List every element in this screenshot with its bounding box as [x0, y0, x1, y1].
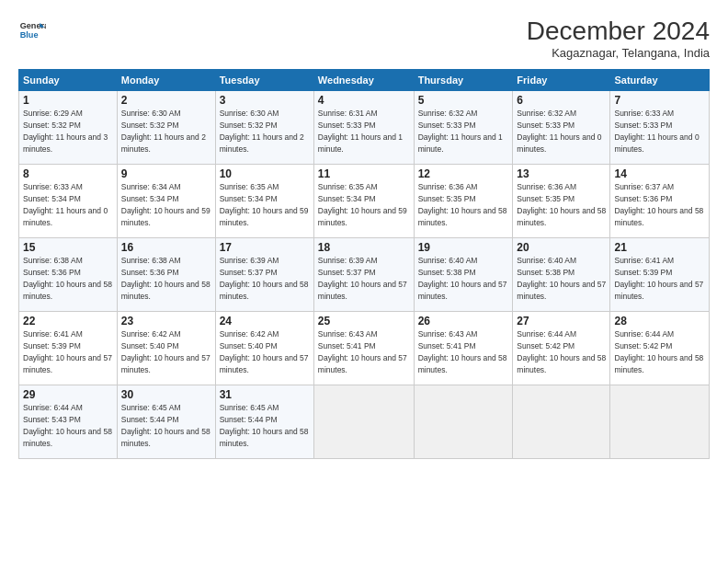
table-cell: 27 Sunrise: 6:44 AMSunset: 5:42 PMDaylig… — [513, 312, 610, 385]
day-number: 24 — [220, 315, 310, 327]
day-number: 3 — [220, 94, 310, 107]
day-number: 11 — [318, 167, 410, 180]
table-cell: 17 Sunrise: 6:39 AMSunset: 5:37 PMDaylig… — [215, 238, 313, 312]
subtitle: Kagaznagar, Telangana, India — [527, 46, 710, 60]
week-row-5: 29 Sunrise: 6:44 AMSunset: 5:43 PMDaylig… — [19, 385, 710, 459]
week-row-3: 15 Sunrise: 6:38 AMSunset: 5:36 PMDaylig… — [19, 238, 710, 312]
day-info: Sunrise: 6:39 AMSunset: 5:37 PMDaylight:… — [220, 256, 309, 301]
day-number: 1 — [23, 94, 113, 107]
day-info: Sunrise: 6:37 AMSunset: 5:36 PMDaylight:… — [614, 182, 703, 227]
week-row-1: 1 Sunrise: 6:29 AMSunset: 5:32 PMDayligh… — [19, 91, 710, 165]
table-cell: 7 Sunrise: 6:33 AMSunset: 5:33 PMDayligh… — [610, 91, 710, 165]
day-number: 8 — [23, 167, 113, 180]
day-number: 15 — [23, 241, 113, 254]
day-number: 2 — [121, 94, 211, 107]
header: General Blue December 2024 Kagaznagar, T… — [18, 17, 710, 60]
day-number: 18 — [318, 241, 410, 254]
table-cell: 8 Sunrise: 6:33 AMSunset: 5:34 PMDayligh… — [19, 165, 118, 238]
day-info: Sunrise: 6:41 AMSunset: 5:39 PMDaylight:… — [614, 256, 703, 301]
logo-icon: General Blue — [18, 17, 46, 44]
day-info: Sunrise: 6:42 AMSunset: 5:40 PMDaylight:… — [220, 329, 309, 374]
day-info: Sunrise: 6:38 AMSunset: 5:36 PMDaylight:… — [121, 256, 210, 301]
week-row-2: 8 Sunrise: 6:33 AMSunset: 5:34 PMDayligh… — [19, 165, 710, 238]
header-sunday: Sunday — [19, 70, 118, 91]
header-saturday: Saturday — [610, 70, 710, 91]
day-number: 29 — [23, 388, 113, 401]
table-cell: 28 Sunrise: 6:44 AMSunset: 5:42 PMDaylig… — [610, 312, 710, 385]
table-cell — [610, 385, 710, 459]
day-number: 6 — [517, 94, 606, 107]
day-info: Sunrise: 6:44 AMSunset: 5:42 PMDaylight:… — [517, 329, 606, 374]
table-cell — [313, 385, 414, 459]
table-cell: 1 Sunrise: 6:29 AMSunset: 5:32 PMDayligh… — [19, 91, 118, 165]
day-number: 13 — [517, 167, 606, 180]
day-info: Sunrise: 6:35 AMSunset: 5:34 PMDaylight:… — [318, 182, 407, 227]
table-cell: 22 Sunrise: 6:41 AMSunset: 5:39 PMDaylig… — [19, 312, 118, 385]
table-cell: 25 Sunrise: 6:43 AMSunset: 5:41 PMDaylig… — [313, 312, 414, 385]
table-cell: 20 Sunrise: 6:40 AMSunset: 5:38 PMDaylig… — [513, 238, 610, 312]
table-cell: 11 Sunrise: 6:35 AMSunset: 5:34 PMDaylig… — [313, 165, 414, 238]
day-info: Sunrise: 6:38 AMSunset: 5:36 PMDaylight:… — [23, 256, 112, 301]
day-info: Sunrise: 6:29 AMSunset: 5:32 PMDaylight:… — [23, 109, 108, 154]
week-row-4: 22 Sunrise: 6:41 AMSunset: 5:39 PMDaylig… — [19, 312, 710, 385]
table-cell: 3 Sunrise: 6:30 AMSunset: 5:32 PMDayligh… — [215, 91, 313, 165]
day-info: Sunrise: 6:42 AMSunset: 5:40 PMDaylight:… — [121, 329, 210, 374]
day-info: Sunrise: 6:43 AMSunset: 5:41 PMDaylight:… — [318, 329, 407, 374]
day-info: Sunrise: 6:34 AMSunset: 5:34 PMDaylight:… — [121, 182, 210, 227]
day-number: 7 — [614, 94, 705, 107]
table-cell: 4 Sunrise: 6:31 AMSunset: 5:33 PMDayligh… — [313, 91, 414, 165]
day-info: Sunrise: 6:44 AMSunset: 5:42 PMDaylight:… — [614, 329, 703, 374]
table-cell: 2 Sunrise: 6:30 AMSunset: 5:32 PMDayligh… — [117, 91, 215, 165]
header-wednesday: Wednesday — [313, 70, 414, 91]
day-info: Sunrise: 6:45 AMSunset: 5:44 PMDaylight:… — [121, 403, 210, 448]
day-info: Sunrise: 6:36 AMSunset: 5:35 PMDaylight:… — [517, 182, 606, 227]
day-info: Sunrise: 6:40 AMSunset: 5:38 PMDaylight:… — [517, 256, 606, 301]
day-number: 27 — [517, 315, 606, 327]
table-cell: 13 Sunrise: 6:36 AMSunset: 5:35 PMDaylig… — [513, 165, 610, 238]
table-cell: 31 Sunrise: 6:45 AMSunset: 5:44 PMDaylig… — [215, 385, 313, 459]
title-block: December 2024 Kagaznagar, Telangana, Ind… — [527, 17, 710, 60]
day-info: Sunrise: 6:44 AMSunset: 5:43 PMDaylight:… — [23, 403, 112, 448]
day-number: 5 — [418, 94, 509, 107]
table-cell: 21 Sunrise: 6:41 AMSunset: 5:39 PMDaylig… — [610, 238, 710, 312]
main-title: December 2024 — [527, 17, 710, 46]
day-info: Sunrise: 6:43 AMSunset: 5:41 PMDaylight:… — [418, 329, 507, 374]
table-cell: 16 Sunrise: 6:38 AMSunset: 5:36 PMDaylig… — [117, 238, 215, 312]
day-info: Sunrise: 6:33 AMSunset: 5:33 PMDaylight:… — [614, 109, 699, 154]
table-cell: 9 Sunrise: 6:34 AMSunset: 5:34 PMDayligh… — [117, 165, 215, 238]
day-info: Sunrise: 6:30 AMSunset: 5:32 PMDaylight:… — [121, 109, 206, 154]
table-cell: 14 Sunrise: 6:37 AMSunset: 5:36 PMDaylig… — [610, 165, 710, 238]
table-cell: 30 Sunrise: 6:45 AMSunset: 5:44 PMDaylig… — [117, 385, 215, 459]
day-info: Sunrise: 6:39 AMSunset: 5:37 PMDaylight:… — [318, 256, 407, 301]
day-info: Sunrise: 6:33 AMSunset: 5:34 PMDaylight:… — [23, 182, 108, 227]
header-friday: Friday — [513, 70, 610, 91]
day-info: Sunrise: 6:32 AMSunset: 5:33 PMDaylight:… — [418, 109, 503, 154]
header-tuesday: Tuesday — [215, 70, 313, 91]
table-cell: 19 Sunrise: 6:40 AMSunset: 5:38 PMDaylig… — [414, 238, 513, 312]
day-number: 22 — [23, 315, 113, 327]
day-number: 14 — [614, 167, 705, 180]
logo: General Blue — [18, 17, 46, 44]
day-number: 26 — [418, 315, 509, 327]
table-cell: 15 Sunrise: 6:38 AMSunset: 5:36 PMDaylig… — [19, 238, 118, 312]
table-cell: 24 Sunrise: 6:42 AMSunset: 5:40 PMDaylig… — [215, 312, 313, 385]
day-info: Sunrise: 6:31 AMSunset: 5:33 PMDaylight:… — [318, 109, 403, 154]
table-cell: 23 Sunrise: 6:42 AMSunset: 5:40 PMDaylig… — [117, 312, 215, 385]
table-cell: 29 Sunrise: 6:44 AMSunset: 5:43 PMDaylig… — [19, 385, 118, 459]
day-number: 17 — [220, 241, 310, 254]
header-monday: Monday — [117, 70, 215, 91]
table-cell: 5 Sunrise: 6:32 AMSunset: 5:33 PMDayligh… — [414, 91, 513, 165]
calendar-header-row: Sunday Monday Tuesday Wednesday Thursday… — [19, 70, 710, 91]
day-number: 25 — [318, 315, 410, 327]
table-cell — [414, 385, 513, 459]
day-info: Sunrise: 6:41 AMSunset: 5:39 PMDaylight:… — [23, 329, 112, 374]
day-number: 21 — [614, 241, 705, 254]
table-cell — [513, 385, 610, 459]
day-number: 20 — [517, 241, 606, 254]
table-cell: 10 Sunrise: 6:35 AMSunset: 5:34 PMDaylig… — [215, 165, 313, 238]
table-cell: 18 Sunrise: 6:39 AMSunset: 5:37 PMDaylig… — [313, 238, 414, 312]
header-thursday: Thursday — [414, 70, 513, 91]
day-number: 19 — [418, 241, 509, 254]
day-number: 23 — [121, 315, 211, 327]
day-info: Sunrise: 6:35 AMSunset: 5:34 PMDaylight:… — [220, 182, 309, 227]
